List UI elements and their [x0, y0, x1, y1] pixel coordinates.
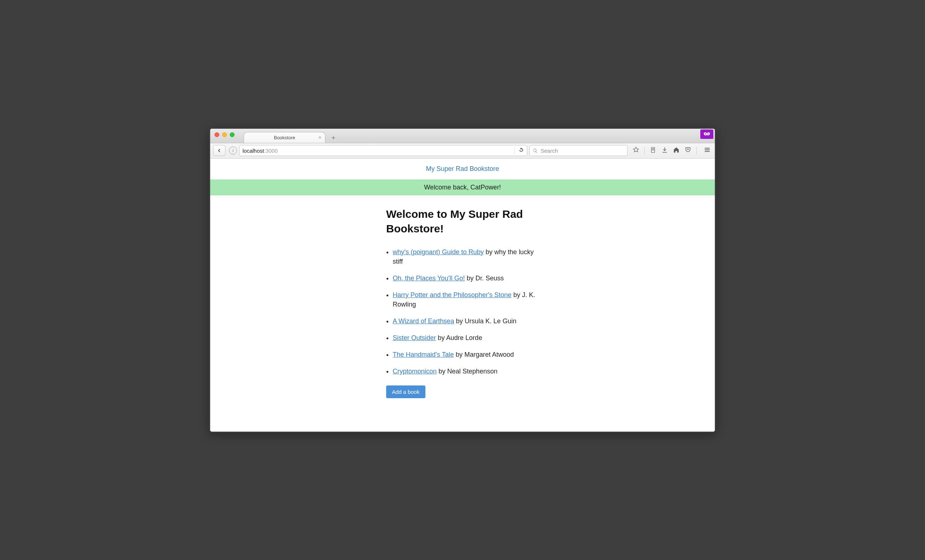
- site-info-button[interactable]: i: [229, 146, 237, 155]
- close-tab-button[interactable]: ×: [318, 134, 321, 140]
- separator: [644, 147, 645, 154]
- arrow-left-icon: [216, 148, 222, 154]
- reading-list-button[interactable]: [650, 146, 656, 155]
- book-list-item: why's (poignant) Guide to Ruby by why th…: [393, 247, 539, 266]
- add-book-button[interactable]: Add a book: [386, 385, 425, 398]
- book-author: by Neal Stephenson: [437, 367, 497, 375]
- book-title-link[interactable]: Harry Potter and the Philosopher's Stone: [393, 291, 512, 298]
- reload-icon: [518, 147, 524, 153]
- window-controls: [214, 132, 235, 137]
- reload-button[interactable]: [515, 147, 524, 154]
- menu-button[interactable]: [704, 146, 711, 155]
- url-host: localhost: [243, 148, 264, 154]
- url-bar[interactable]: localhost:3000: [239, 145, 527, 156]
- book-title-link[interactable]: why's (poignant) Guide to Ruby: [393, 248, 484, 256]
- clipboard-icon: [650, 146, 656, 153]
- search-input[interactable]: [541, 148, 624, 154]
- toolbar-icons: [630, 146, 712, 155]
- book-list-item: Harry Potter and the Philosopher's Stone…: [393, 290, 539, 309]
- pocket-icon: [685, 146, 691, 153]
- browser-window: Bookstore × ＋ i localhost:3000: [209, 128, 716, 433]
- book-author: by Margaret Atwood: [454, 351, 514, 358]
- search-icon: [533, 148, 538, 154]
- private-browsing-badge[interactable]: [700, 129, 713, 139]
- book-list: why's (poignant) Guide to Ruby by why th…: [386, 247, 539, 376]
- book-list-item: Sister Outsider by Audre Lorde: [393, 333, 539, 343]
- site-header: My Super Rad Bookstore: [210, 158, 715, 180]
- book-list-item: The Handmaid's Tale by Margaret Atwood: [393, 350, 539, 359]
- mask-icon: [703, 132, 711, 137]
- titlebar: Bookstore × ＋: [210, 129, 715, 143]
- new-tab-button[interactable]: ＋: [328, 133, 339, 142]
- book-author: by Audre Lorde: [436, 334, 482, 342]
- book-title-link[interactable]: The Handmaid's Tale: [393, 351, 454, 358]
- separator: [696, 147, 697, 154]
- back-button[interactable]: [213, 145, 226, 156]
- book-title-link[interactable]: Oh, the Places You'll Go!: [393, 274, 465, 282]
- close-window-button[interactable]: [214, 132, 219, 137]
- book-author: by Ursula K. Le Guin: [454, 318, 516, 325]
- book-author: by Dr. Seuss: [465, 274, 504, 282]
- download-arrow-icon: [661, 146, 668, 153]
- brand-link[interactable]: My Super Rad Bookstore: [426, 165, 499, 172]
- book-list-item: Cryptomonicon by Neal Stephenson: [393, 367, 539, 376]
- url-port: :3000: [264, 148, 278, 154]
- flash-message: Welcome back, CatPower!: [210, 180, 715, 195]
- book-list-item: Oh, the Places You'll Go! by Dr. Seuss: [393, 274, 539, 283]
- tab-title: Bookstore: [274, 135, 295, 140]
- book-title-link[interactable]: A Wizard of Earthsea: [393, 318, 454, 325]
- main-content: Welcome to My Super Rad Bookstore! why's…: [386, 207, 539, 399]
- page-viewport: My Super Rad Bookstore Welcome back, Cat…: [210, 158, 715, 432]
- browser-tab[interactable]: Bookstore ×: [244, 132, 325, 143]
- page-heading: Welcome to My Super Rad Bookstore!: [386, 207, 539, 236]
- tab-strip: Bookstore × ＋: [244, 129, 339, 143]
- book-title-link[interactable]: Cryptomonicon: [393, 367, 437, 375]
- maximize-window-button[interactable]: [230, 132, 235, 137]
- home-button[interactable]: [673, 146, 679, 155]
- book-title-link[interactable]: Sister Outsider: [393, 334, 436, 342]
- nav-toolbar: i localhost:3000: [210, 143, 715, 158]
- pocket-button[interactable]: [685, 146, 691, 155]
- minimize-window-button[interactable]: [222, 132, 227, 137]
- downloads-button[interactable]: [661, 146, 668, 155]
- star-icon: [633, 146, 639, 153]
- book-list-item: A Wizard of Earthsea by Ursula K. Le Gui…: [393, 316, 539, 326]
- search-bar[interactable]: [529, 145, 628, 156]
- home-icon: [673, 146, 679, 153]
- bookmark-star-button[interactable]: [633, 146, 639, 155]
- hamburger-icon: [704, 146, 711, 153]
